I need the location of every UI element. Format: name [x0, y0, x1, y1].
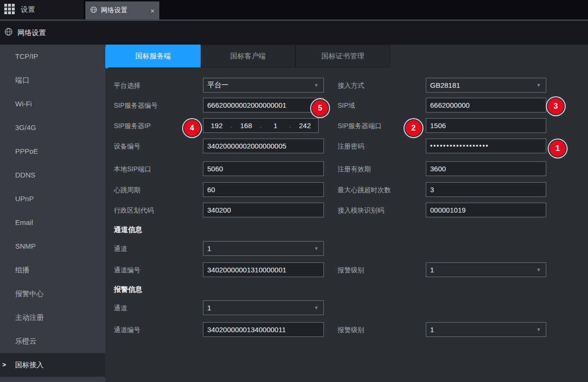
chevron-down-icon: ▼: [536, 263, 541, 277]
alarm-channel-id-label: 通道编号: [114, 322, 140, 337]
heartbeat-period-label: 心跳周期: [114, 182, 140, 197]
admin-area-code-label: 行政区划代码: [114, 203, 154, 218]
channel-select[interactable]: 1 ▼: [203, 241, 324, 256]
close-icon[interactable]: ×: [150, 7, 155, 14]
top-bar: 设置 网络设置 ×: [0, 0, 588, 21]
register-valid-period-label: 注册有效期: [338, 161, 371, 177]
channel-label: 通道: [114, 241, 127, 256]
sidebar-item-multicast[interactable]: 组播: [0, 258, 105, 282]
channel-id-input[interactable]: 34020000001310000001: [203, 262, 324, 277]
annotation-badge-1: 1: [550, 140, 566, 157]
register-valid-period-input[interactable]: 3600: [426, 161, 546, 176]
max-heartbeat-timeout-label: 最大心跳超时次数: [338, 182, 391, 197]
page-header: 网络设置: [0, 21, 588, 45]
access-mode-label: 接入方式: [338, 78, 364, 93]
home-tab-label: 设置: [21, 5, 35, 14]
home-tab-settings[interactable]: 设置: [0, 0, 83, 19]
annotation-badge-3: 3: [548, 98, 564, 114]
heartbeat-period-input[interactable]: 60: [203, 182, 324, 197]
max-heartbeat-timeout-input[interactable]: 3: [426, 182, 546, 197]
page-title: 网络设置: [18, 28, 46, 37]
sidebar-nav: TCP/IP 端口 Wi-Fi 3G/4G PPPoE DDNS UPnP Em…: [0, 45, 105, 382]
device-id-input[interactable]: 34020000002000000005: [203, 139, 324, 153]
tab-gb-cert-management[interactable]: 国标证书管理: [295, 45, 390, 67]
app-window: 设置 网络设置 × 网络设置 TCP/IP 端口: [0, 0, 588, 382]
sip-domain-label: SIP域: [338, 98, 355, 113]
access-mode-select[interactable]: GB28181 ▼: [426, 78, 546, 93]
sip-server-id-label: SIP服务器编号: [114, 98, 158, 113]
content-panel: 国标服务端 国标客户端 国标证书管理 平台选择 平台一 ▼ 接入方式 GB281…: [105, 45, 588, 382]
channel-id-label: 通道编号: [114, 262, 140, 278]
access-module-id-label: 接入模块识别码: [338, 203, 384, 218]
chevron-right-icon: >: [2, 353, 6, 377]
window-tab-label: 网络设置: [101, 6, 128, 15]
alarm-channel-id-input[interactable]: 34020000001340000011: [203, 322, 324, 337]
device-id-label: 设备编号: [114, 139, 140, 154]
chevron-down-icon: ▼: [314, 78, 319, 92]
chevron-down-icon: ▼: [314, 242, 319, 255]
sidebar-item-pppoe[interactable]: PPPoE: [0, 140, 105, 163]
globe-icon: [4, 28, 13, 38]
register-password-input[interactable]: ••••••••••••••••••: [426, 139, 546, 153]
annotation-badge-4: 4: [184, 120, 200, 136]
sidebar-item-3g4g[interactable]: 3G/4G: [0, 116, 105, 140]
sip-server-ip-label: SIP服务器IP: [114, 118, 151, 133]
sidebar-item-tcpip[interactable]: TCP/IP: [0, 45, 105, 68]
sip-domain-input[interactable]: 6662000000: [426, 98, 546, 112]
platform-select[interactable]: 平台一 ▼: [203, 78, 324, 93]
annotation-badge-5: 5: [312, 100, 328, 116]
local-sip-port-label: 本地SIP端口: [114, 161, 151, 177]
alarm-channel-select[interactable]: 1 ▼: [203, 300, 324, 315]
sidebar-item-wifi[interactable]: Wi-Fi: [0, 92, 105, 116]
register-password-label: 注册密码: [338, 139, 364, 154]
channel-alarm-level-label: 报警级别: [338, 262, 364, 278]
sidebar-item-alarm-center[interactable]: 报警中心: [0, 282, 105, 306]
sidebar-item-port[interactable]: 端口: [0, 68, 105, 92]
sidebar-item-auto-register[interactable]: 主动注册: [0, 306, 105, 329]
chevron-down-icon: ▼: [314, 301, 319, 315]
alarm-channel-label: 通道: [114, 300, 127, 316]
annotation-badge-2: 2: [405, 120, 422, 136]
alarm-info-section-header: 报警信息: [114, 285, 142, 294]
sidebar-item-snmp[interactable]: SNMP: [0, 234, 105, 258]
admin-area-code-input[interactable]: 340200: [203, 203, 324, 217]
platform-label: 平台选择: [114, 78, 140, 93]
sip-server-id-input[interactable]: 66620000002000000001: [203, 98, 324, 112]
sidebar-item-lechange[interactable]: 乐橙云: [0, 329, 105, 353]
sidebar-item-email[interactable]: Email: [0, 211, 105, 234]
local-sip-port-input[interactable]: 5060: [203, 161, 324, 176]
alarm-level-select[interactable]: 1 ▼: [426, 322, 546, 337]
sidebar-item-upnp[interactable]: UPnP: [0, 187, 105, 211]
globe-icon: [90, 6, 97, 15]
sip-server-port-label: SIP服务器端口: [338, 118, 382, 133]
sidebar-item-ddns[interactable]: DDNS: [0, 163, 105, 187]
sip-server-ip-input[interactable]: 192 . 168 . 1 . 242: [203, 118, 319, 133]
channel-info-section-header: 通道信息: [114, 225, 142, 234]
chevron-down-icon: ▼: [536, 78, 541, 92]
sip-server-port-input[interactable]: 1506: [426, 118, 546, 133]
window-tab-network-settings[interactable]: 网络设置 ×: [85, 1, 159, 19]
chevron-down-icon: ▼: [536, 323, 541, 336]
alarm-level-label: 报警级别: [338, 322, 364, 337]
grid-icon: [4, 4, 15, 16]
tab-gb-server[interactable]: 国标服务端: [106, 45, 201, 67]
tab-bar: 国标服务端 国标客户端 国标证书管理: [106, 45, 390, 67]
tab-gb-client[interactable]: 国标客户端: [201, 45, 295, 67]
sidebar-item-gb28181-access[interactable]: > 国标接入: [0, 353, 105, 377]
access-module-id-input[interactable]: 000001019: [426, 203, 546, 217]
channel-alarm-level-select[interactable]: 1 ▼: [426, 262, 546, 277]
